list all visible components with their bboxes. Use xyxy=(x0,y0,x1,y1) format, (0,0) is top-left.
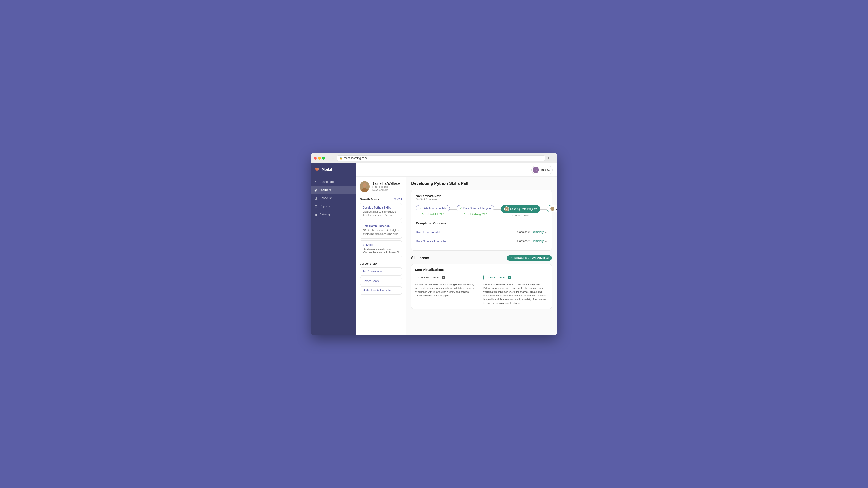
check-icon-2: ✓ xyxy=(460,207,462,210)
course-step-4: Data Literacy Capstone Starts on Sep 10 xyxy=(547,205,557,217)
career-item-motivations[interactable]: Motivations & Strengths xyxy=(360,287,402,295)
career-item-career-goals[interactable]: Career Goals xyxy=(360,277,402,285)
step-pill-current[interactable]: S Scoping Data Projects xyxy=(501,205,540,213)
capstone-label-2: Capstone: xyxy=(518,239,530,242)
growth-areas-section: Growth Areas ✎ Add Develop Python Skills… xyxy=(360,197,402,257)
svg-point-3 xyxy=(363,183,367,187)
address-bar[interactable]: 🔒 modallearning.com xyxy=(337,156,545,161)
browser-actions: ⬆ + xyxy=(547,156,554,160)
skill-card: Data Visualizations CURRENT LEVEL 3 An i… xyxy=(411,264,552,309)
step-pill-upcoming[interactable]: Data Literacy Capstone xyxy=(547,205,557,213)
course-name-1[interactable]: Data Fundamentals xyxy=(416,230,441,234)
sidebar-item-learners[interactable]: ◉ Learners xyxy=(311,186,356,194)
add-tab-icon[interactable]: + xyxy=(552,156,554,160)
url-text: modallearning.com xyxy=(344,157,367,160)
capstone-badge-2: Capstone: Exemplary ⌄ xyxy=(518,239,547,242)
completed-courses-title: Completed Courses xyxy=(416,221,547,225)
target-level-col: TARGET LEVEL 4 Learn how to visualize da… xyxy=(483,275,548,305)
browser-chrome: ← → 🔒 modallearning.com ⬆ + xyxy=(311,153,557,163)
course-row-2: Data Science Lifecycle Capstone: Exempla… xyxy=(416,237,547,246)
course-steps: ✓ Data Fundamentals Completed Jul 2022 ✓ xyxy=(416,205,547,217)
left-panel: Samatha Wallace Learning and Development… xyxy=(356,177,406,335)
skill-levels-row: CURRENT LEVEL 3 An intermediate level un… xyxy=(415,275,548,305)
add-growth-area-button[interactable]: ✎ Add xyxy=(394,197,402,201)
growth-card-data-comm[interactable]: Data Communication Effectively communica… xyxy=(360,222,402,238)
user-name: Tala S. xyxy=(541,168,550,171)
path-card: Samantha's Path On 3 of 4 courses ✓ Data… xyxy=(411,190,552,251)
close-dot[interactable] xyxy=(314,157,317,160)
growth-card-desc: Structure and create data effective dash… xyxy=(363,248,399,254)
avatar-initials: TS xyxy=(534,168,537,171)
growth-card-title: Data Communication xyxy=(363,225,399,228)
step-connector-3 xyxy=(540,209,547,210)
current-level-label: CURRENT LEVEL xyxy=(418,276,440,279)
learner-info: Samatha Wallace Learning and Development xyxy=(372,182,402,192)
app-layout: Modal ✦ Dashboard ◉ Learners ▦ Schedule … xyxy=(311,163,557,335)
lock-icon: 🔒 xyxy=(340,157,343,160)
dashboard-icon: ✦ xyxy=(314,180,317,184)
back-arrow[interactable]: ← xyxy=(327,156,330,160)
step-label-2: Data Science Lifecycle xyxy=(463,207,491,210)
target-met-badge: ✓ TARGET MET ON 3/15/2023 xyxy=(507,255,552,261)
skill-areas-section: Skill areas ✓ TARGET MET ON 3/15/2023 Da… xyxy=(411,255,552,309)
step-pill-completed-2[interactable]: ✓ Data Science Lifecycle xyxy=(457,205,494,212)
browser-dots xyxy=(314,157,325,160)
step-connector-2 xyxy=(494,209,501,210)
course-name-2[interactable]: Data Science Lifecycle xyxy=(416,239,446,243)
learner-header: Samatha Wallace Learning and Development xyxy=(360,181,402,192)
step-pill-completed-1[interactable]: ✓ Data Fundamentals xyxy=(416,205,450,212)
target-level-label: TARGET LEVEL xyxy=(486,276,506,279)
growth-card-desc: Effectively communicate insights leverag… xyxy=(363,229,399,236)
career-item-self-assessment[interactable]: Self Assessment xyxy=(360,267,402,275)
career-vision-header: Career Vision xyxy=(360,262,402,265)
course-row-1: Data Fundamentals Capstone: Exemplary ⌄ xyxy=(416,228,547,237)
target-level-badge: TARGET LEVEL 4 xyxy=(483,275,514,281)
current-level-number: 3 xyxy=(442,276,445,279)
skill-card-title: Data Visualizations xyxy=(415,268,548,271)
sidebar-item-label: Schedule xyxy=(320,196,332,200)
course-step-1: ✓ Data Fundamentals Completed Jul 2022 xyxy=(416,205,450,216)
user-profile[interactable]: TS Tala S. xyxy=(531,166,553,174)
maximize-dot[interactable] xyxy=(322,157,325,160)
share-icon[interactable]: ⬆ xyxy=(547,156,550,160)
sidebar-item-reports[interactable]: ▤ Reports xyxy=(311,202,356,210)
user-avatar: TS xyxy=(532,167,539,173)
logo-text: Modal xyxy=(322,168,332,172)
learner-avatar xyxy=(360,181,370,192)
right-panel: Developing Python Skills Path Samantha's… xyxy=(406,177,557,335)
sidebar-item-catalog[interactable]: ▦ Catalog xyxy=(311,210,356,219)
target-met-check-icon: ✓ xyxy=(510,256,513,260)
path-title: Developing Python Skills Path xyxy=(411,181,552,186)
upcoming-avatar xyxy=(550,207,555,211)
main-content: Samatha Wallace Learning and Development… xyxy=(356,177,557,335)
schedule-icon: ▦ xyxy=(314,196,317,200)
browser-window: ← → 🔒 modallearning.com ⬆ + Modal xyxy=(311,153,557,335)
sidebar-item-label: Catalog xyxy=(320,213,330,216)
sidebar-item-dashboard[interactable]: ✦ Dashboard xyxy=(311,178,356,186)
growth-areas-header: Growth Areas ✎ Add xyxy=(360,197,402,201)
growth-card-bi[interactable]: BI Skills Structure and create data effe… xyxy=(360,240,402,257)
expand-icon-1[interactable]: ⌄ xyxy=(545,230,547,234)
growth-areas-title: Growth Areas xyxy=(360,197,379,201)
learners-icon: ◉ xyxy=(314,188,317,192)
capstone-label-1: Capstone: xyxy=(518,230,530,234)
expand-icon-2[interactable]: ⌄ xyxy=(545,239,547,242)
learner-name: Samatha Wallace xyxy=(372,182,402,185)
course-step-2: ✓ Data Science Lifecycle Completed Aug 2… xyxy=(457,205,494,216)
growth-card-python[interactable]: Develop Python Skills Clean, structure, … xyxy=(360,203,402,220)
current-level-desc: An intermediate level understanding of P… xyxy=(415,283,480,297)
skill-areas-header: Skill areas ✓ TARGET MET ON 3/15/2023 xyxy=(411,255,552,261)
skill-areas-title: Skill areas xyxy=(411,256,429,260)
top-bar: TS Tala S. xyxy=(356,163,557,177)
step-status-3: Current Course xyxy=(512,214,529,217)
capstone-badge-1: Capstone: Exemplary ⌄ xyxy=(518,230,547,234)
forward-arrow[interactable]: → xyxy=(332,156,335,160)
sidebar-item-schedule[interactable]: ▦ Schedule xyxy=(311,194,356,202)
sidebar: Modal ✦ Dashboard ◉ Learners ▦ Schedule … xyxy=(311,163,356,335)
growth-card-desc: Clean, structure, and visualize data for… xyxy=(363,210,399,217)
svg-point-4 xyxy=(361,188,368,192)
sidebar-item-label: Reports xyxy=(320,204,330,208)
sidebar-logo: Modal xyxy=(311,163,356,176)
completed-courses-section: Completed Courses Data Fundamentals Caps… xyxy=(416,221,547,246)
minimize-dot[interactable] xyxy=(318,157,321,160)
